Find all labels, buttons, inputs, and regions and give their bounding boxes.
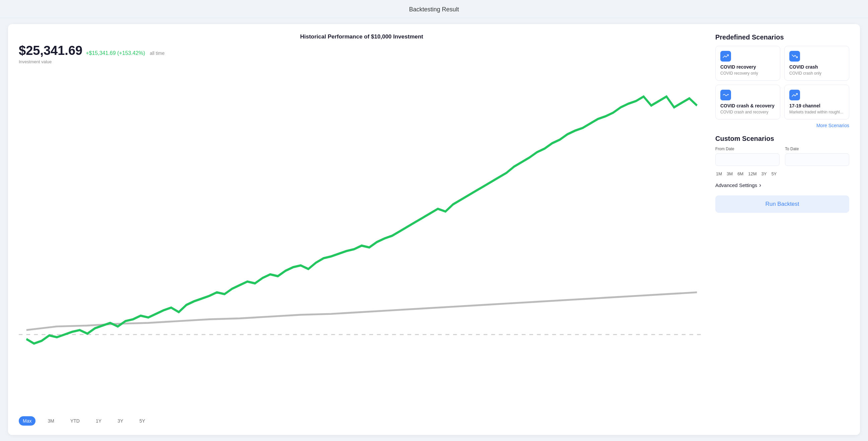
scenario-icon-covid-recovery [720, 51, 731, 62]
date-inputs-row: From Date To Date [715, 146, 849, 166]
trending-down-icon [792, 53, 798, 59]
chart-title: Historical Performance of $10,000 Invest… [19, 33, 705, 40]
to-date-group: To Date [785, 146, 849, 166]
time-btn-ytd[interactable]: YTD [66, 416, 84, 426]
trending-up-icon [723, 53, 729, 59]
quick-date-3y[interactable]: 3Y [761, 170, 767, 178]
advanced-settings-label: Advanced Settings [715, 182, 757, 188]
quick-dates-row: 1M 3M 6M 12M 3Y 5Y [715, 170, 849, 178]
custom-scenarios-section: Custom Scenarios From Date To Date 1M 3M… [715, 135, 849, 189]
predefined-scenarios-section: Predefined Scenarios COVID recovery COVI… [715, 33, 849, 128]
more-scenarios-link[interactable]: More Scenarios [816, 123, 849, 128]
time-btn-5y[interactable]: 5Y [135, 416, 149, 426]
scenario-card-covid-recovery[interactable]: COVID recovery COVID recovery only [715, 46, 780, 81]
more-scenarios-row: More Scenarios [715, 123, 849, 128]
scenario-card-covid-crash[interactable]: COVID crash COVID crash only [784, 46, 849, 81]
scenario-name-covid-recovery: COVID recovery [720, 64, 775, 70]
scenario-card-covid-crash-recovery[interactable]: COVID crash & recovery COVID crash and r… [715, 84, 780, 120]
to-date-input[interactable] [785, 153, 849, 166]
scenario-desc-covid-recovery: COVID recovery only [720, 71, 775, 76]
custom-title-row: Custom Scenarios [715, 135, 849, 142]
scenario-icon-covid-crash-recovery [720, 90, 731, 100]
chart-area [19, 70, 705, 411]
quick-date-3m[interactable]: 3M [726, 170, 733, 178]
run-backtest-button[interactable]: Run Backtest [715, 195, 849, 213]
page-header: Backtesting Result [0, 0, 868, 18]
scenarios-grid: COVID recovery COVID recovery only COVID… [715, 46, 849, 120]
investment-subtitle: Investment value [19, 59, 705, 64]
chevron-right-icon: › [759, 182, 761, 189]
time-btn-3y[interactable]: 3Y [114, 416, 127, 426]
scenario-desc-covid-crash: COVID crash only [789, 71, 844, 76]
time-label: all time [150, 50, 164, 56]
scenario-name-covid-crash-recovery: COVID crash & recovery [720, 103, 775, 108]
performance-chart [19, 70, 705, 411]
wave-icon [723, 92, 729, 98]
right-panel: Predefined Scenarios COVID recovery COVI… [715, 33, 849, 426]
left-panel: Historical Performance of $10,000 Invest… [19, 33, 705, 426]
scenario-desc-covid-crash-recovery: COVID crash and recovery [720, 110, 775, 114]
scenario-name-covid-crash: COVID crash [789, 64, 844, 70]
custom-scenarios-title: Custom Scenarios [715, 135, 774, 142]
time-buttons-row: Max 3M YTD 1Y 3Y 5Y [19, 416, 705, 426]
investment-value-row: $25,341.69 +$15,341.69 (+153.42%) all ti… [19, 43, 705, 58]
main-container: Historical Performance of $10,000 Invest… [8, 24, 860, 435]
time-btn-1y[interactable]: 1Y [92, 416, 105, 426]
predefined-scenarios-title: Predefined Scenarios [715, 33, 849, 41]
scenario-icon-17-19-channel [789, 90, 800, 100]
investment-change: +$15,341.69 (+153.42%) [86, 50, 145, 56]
channel-icon [792, 92, 798, 98]
investment-value: $25,341.69 [19, 43, 82, 58]
scenario-name-17-19-channel: 17-19 channel [789, 103, 844, 108]
scenario-icon-covid-crash [789, 51, 800, 62]
quick-date-5y[interactable]: 5Y [771, 170, 777, 178]
page-title: Backtesting Result [409, 6, 459, 13]
from-date-group: From Date [715, 146, 780, 166]
from-date-label: From Date [715, 146, 780, 151]
to-date-label: To Date [785, 146, 849, 151]
quick-date-6m[interactable]: 6M [737, 170, 744, 178]
from-date-input[interactable] [715, 153, 780, 166]
quick-date-1m[interactable]: 1M [715, 170, 723, 178]
advanced-settings-row[interactable]: Advanced Settings › [715, 182, 849, 189]
time-btn-max[interactable]: Max [19, 416, 35, 426]
scenario-desc-17-19-channel: Markets traded within roughl... [789, 110, 844, 114]
quick-date-12m[interactable]: 12M [747, 170, 757, 178]
scenario-card-17-19-channel[interactable]: 17-19 channel Markets traded within roug… [784, 84, 849, 120]
time-btn-3m[interactable]: 3M [43, 416, 58, 426]
